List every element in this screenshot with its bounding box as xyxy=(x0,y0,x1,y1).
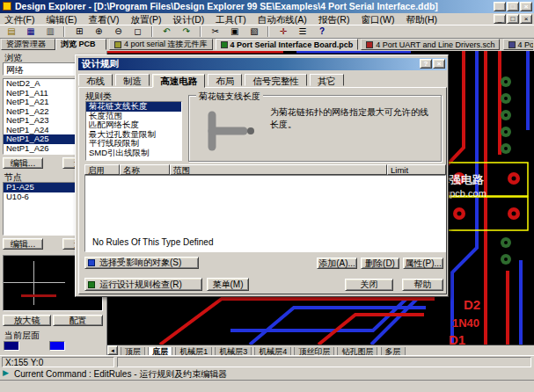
node-edit-button[interactable]: 编辑... xyxy=(3,238,43,250)
layer-tab-mech4[interactable]: 机械层4 xyxy=(254,347,291,355)
magnifier-crosshair-h xyxy=(4,282,65,283)
tab-explorer[interactable]: 资源管理器 xyxy=(1,39,55,50)
menu-view[interactable]: 查看(V) xyxy=(84,13,124,25)
layer-tab-drill[interactable]: 钻孔图层 xyxy=(337,347,377,355)
layer-tab-top[interactable]: 顶层 xyxy=(121,347,145,355)
menubar: 文件(F) 编辑(E) 查看(V) 放置(P) 设计(D) 工具(T) 自动布线… xyxy=(0,13,534,25)
current-layer-label: 当前层面 xyxy=(4,330,40,342)
menu-autoroute[interactable]: 自动布线(A) xyxy=(253,13,311,25)
magnifier-button[interactable]: 放大镜 xyxy=(3,315,51,326)
doc-tab-pcb-label: 4 Port Serial Interface Board.pcb xyxy=(230,40,354,49)
dialog-close-button[interactable]: 关闭 xyxy=(345,279,393,291)
doc-tab-sch[interactable]: 4 Port UART and Line Drivers.sch xyxy=(361,39,500,50)
doc-tab-prj[interactable]: 4 Port Serial Interface.prj xyxy=(503,39,534,50)
rule-class-item[interactable]: 平行线段限制 xyxy=(86,139,181,149)
tab-other[interactable]: 其它 xyxy=(310,74,344,86)
dialog-help-icon[interactable]: ? xyxy=(420,59,432,69)
zoom-window-icon[interactable]: ⊞ xyxy=(71,25,87,37)
magnifier-trace xyxy=(21,294,56,297)
menu-tools[interactable]: 工具(T) xyxy=(211,13,250,25)
tab-routing[interactable]: 布线 xyxy=(78,74,113,86)
titlebar: Design Explorer - [D:\Program Files\Desi… xyxy=(0,0,534,13)
layer-tab-multilayer[interactable]: 多层 xyxy=(381,347,406,355)
help-icon[interactable]: ? xyxy=(314,25,330,37)
tab-browse-pcb-label: 浏览 PCB xyxy=(61,39,96,50)
net-edit-button[interactable]: 编辑... xyxy=(3,157,43,169)
add-rule-button[interactable]: 添加(A)... xyxy=(317,258,357,269)
select-affected-objects-button[interactable]: 选择受影响的对象(S) xyxy=(84,257,199,269)
tab-manufacturing[interactable]: 制造 xyxy=(115,74,150,86)
zoom-in-icon[interactable]: ⊕ xyxy=(91,25,106,37)
run-drc-button[interactable]: 运行设计规则检查(R) xyxy=(84,278,202,291)
delete-rule-button[interactable]: 删除(D) xyxy=(361,258,399,269)
menu-help[interactable]: 帮助(H) xyxy=(401,13,442,25)
layer-tab-bottom[interactable]: 底层 xyxy=(148,347,172,355)
rule-properties-button[interactable]: 属性(P)... xyxy=(403,258,443,269)
toolbar-separator xyxy=(200,26,201,37)
rule-class-item-selected[interactable]: 菊花链支线长度 xyxy=(86,102,181,112)
layer-tab-mech3[interactable]: 机械层3 xyxy=(215,347,252,355)
maximize-button[interactable]: □ xyxy=(507,2,519,11)
toolbar-separator xyxy=(63,26,65,37)
dialog-titlebar: 设计规则 ? × xyxy=(78,58,447,70)
column-name[interactable]: 名称 xyxy=(120,164,170,175)
select-affected-icon xyxy=(88,259,95,266)
rules-table-body[interactable]: No Rules Of This Type Defined xyxy=(84,175,446,252)
menu-design[interactable]: 设计(D) xyxy=(169,13,209,25)
mdi-close-button[interactable]: × xyxy=(520,14,532,24)
layer-tab-top-overlay[interactable]: 顶丝印层 xyxy=(294,347,334,355)
minimize-button[interactable]: _ xyxy=(494,2,506,11)
dialog-menu-button[interactable]: 菜单(M) xyxy=(207,278,249,291)
paste-icon[interactable]: ▧ xyxy=(246,25,262,37)
main-toolbar: ▤ ▦ ▥ ⊞ ⊕ ⊖ ◻ ↶ ↷ ✂ ▣ ▧ ✛ ☰ ? xyxy=(0,25,534,39)
tab-browse-pcb[interactable]: 浏览 PCB xyxy=(55,39,106,50)
tab-high-speed[interactable]: 高速电路 xyxy=(152,74,205,88)
dialog-help-button[interactable]: 帮助 xyxy=(402,279,443,291)
library-doc-icon xyxy=(114,41,121,48)
toolbar-separator xyxy=(267,26,269,37)
tab-signal-integrity[interactable]: 信号完整性 xyxy=(245,74,307,86)
zoom-all-icon[interactable]: ◻ xyxy=(129,25,145,37)
mdi-minimize-button[interactable]: _ xyxy=(494,14,506,24)
print-icon[interactable]: ▥ xyxy=(42,25,58,37)
status-bar: X:155 Y:0 xyxy=(0,355,534,367)
zoom-out-icon[interactable]: ⊖ xyxy=(110,25,126,37)
rule-class-list[interactable]: 菊花链支线长度 长度范围 匹配网络长度 最大过孔数量限制 平行线段限制 SMD引… xyxy=(85,101,182,161)
browse-icon[interactable]: ☰ xyxy=(295,25,311,37)
save-icon[interactable]: ▦ xyxy=(23,25,39,37)
magnifier-crosshair-v xyxy=(33,261,34,305)
copy-icon[interactable]: ▣ xyxy=(227,25,243,37)
menu-window[interactable]: 窗口(W) xyxy=(357,13,399,25)
layer-tab-mech1[interactable]: 机械层1 xyxy=(175,347,212,355)
undo-icon[interactable]: ↶ xyxy=(159,25,175,37)
dialog-close-icon[interactable]: × xyxy=(433,59,445,69)
menu-place[interactable]: 放置(P) xyxy=(127,13,166,25)
sch-doc-icon xyxy=(366,41,373,48)
mdi-restore-button[interactable]: □ xyxy=(507,14,519,24)
doc-tab-pcb[interactable]: 4 Port Serial Interface Board.pcb xyxy=(216,39,359,50)
column-enabled[interactable]: 启用 xyxy=(84,164,120,175)
cut-icon[interactable]: ✂ xyxy=(208,25,223,37)
menu-file[interactable]: 文件(F) xyxy=(0,13,39,25)
rule-class-item[interactable]: 长度范围 xyxy=(86,112,181,121)
prj-doc-icon xyxy=(508,41,516,48)
rule-group-title: 菊花链支线长度 xyxy=(196,91,263,103)
crosshair-icon[interactable]: ✛ xyxy=(275,25,291,37)
layer-color-swatch-navy[interactable] xyxy=(4,341,19,351)
configuration-button[interactable]: 配置 xyxy=(53,315,103,326)
redo-icon[interactable]: ↷ xyxy=(179,25,194,37)
rule-class-item[interactable]: 最大过孔数量限制 xyxy=(86,130,181,140)
menu-reports[interactable]: 报告(R) xyxy=(314,13,355,25)
rule-class-item[interactable]: 匹配网络长度 xyxy=(86,120,181,130)
menu-edit[interactable]: 编辑(E) xyxy=(41,13,81,25)
rule-class-item[interactable]: SMD引出线限制 xyxy=(86,149,181,158)
column-limit[interactable]: Limit xyxy=(387,164,446,175)
close-button[interactable]: × xyxy=(520,2,532,11)
doc-tab-library[interactable]: 4 port serial 连接元件库 xyxy=(109,39,213,50)
column-scope[interactable]: 范围 xyxy=(170,164,387,175)
status-spacer xyxy=(117,357,531,367)
tab-placement[interactable]: 布局 xyxy=(208,74,242,86)
open-icon[interactable]: ▤ xyxy=(4,25,19,37)
layer-tab-scroll-left-icon[interactable]: ◄ xyxy=(107,345,118,355)
layer-color-swatch-blue[interactable] xyxy=(49,341,65,351)
